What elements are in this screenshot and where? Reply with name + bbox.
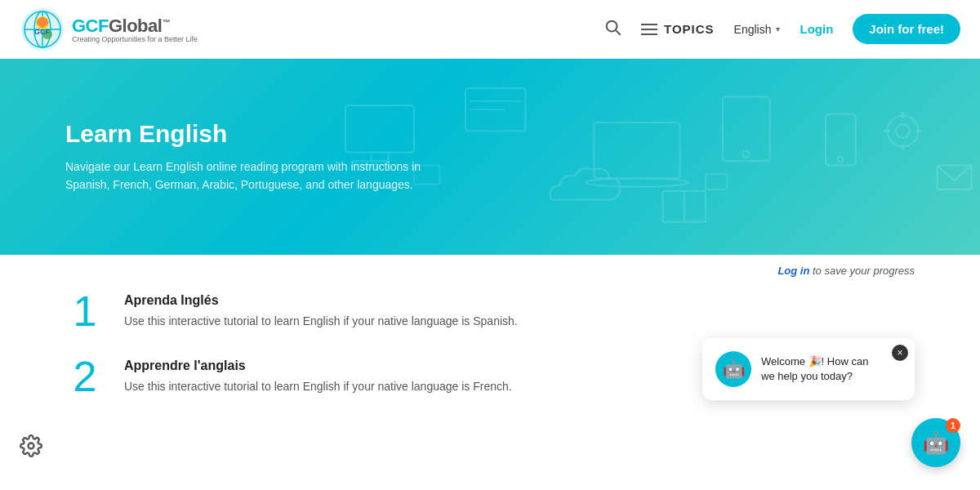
chat-badge: 1: [946, 418, 960, 433]
svg-rect-23: [706, 174, 727, 189]
logo-brand: GCFGlobal™: [72, 16, 198, 37]
chat-fab-icon: 🤖: [923, 430, 949, 456]
search-button[interactable]: [604, 18, 621, 40]
hero-section: Learn English Navigate our Learn English…: [0, 59, 980, 255]
lesson-text-1: Aprenda Inglés Use this interactive tuto…: [124, 293, 518, 330]
svg-point-24: [888, 116, 919, 147]
svg-text:GCF: GCF: [34, 28, 51, 36]
language-label: English: [734, 23, 772, 36]
chat-close-button[interactable]: ×: [892, 345, 908, 361]
language-selector[interactable]: English ▾: [734, 23, 781, 36]
svg-point-21: [838, 157, 843, 162]
chevron-down-icon: ▾: [776, 24, 780, 33]
logo-area[interactable]: GCF GCFGlobal™ Creating Opportunities fo…: [20, 7, 198, 52]
join-button[interactable]: Join for free!: [853, 14, 960, 44]
lesson-number-2: 2: [65, 355, 105, 398]
lesson-text-2: Apprendre l'anglais Use this interactive…: [124, 359, 512, 395]
lesson-desc-2: Use this interactive tutorial to learn E…: [124, 378, 512, 395]
lesson-number-1: 1: [65, 290, 105, 332]
svg-point-19: [742, 151, 749, 158]
hamburger-icon: [641, 24, 657, 35]
topics-label: TOPICS: [664, 22, 715, 36]
svg-rect-16: [595, 122, 680, 178]
save-progress-text: to save your progress: [809, 265, 915, 277]
chat-avatar-icon: 🤖: [715, 351, 751, 387]
chat-welcome-text: Welcome 🎉! How can we help you today?: [761, 354, 875, 384]
hero-title: Learn English: [65, 120, 457, 148]
topics-button[interactable]: TOPICS: [641, 22, 715, 36]
chat-bubble: 🤖 Welcome 🎉! How can we help you today? …: [702, 338, 915, 400]
logo-globe-icon: GCF: [20, 7, 65, 52]
header: GCF GCFGlobal™ Creating Opportunities fo…: [0, 0, 980, 59]
lesson-title-1[interactable]: Aprenda Inglés: [124, 293, 518, 308]
lesson-desc-1: Use this interactive tutorial to learn E…: [124, 313, 518, 330]
login-button[interactable]: Login: [800, 22, 833, 36]
hero-content: Learn English Navigate our Learn English…: [65, 120, 457, 194]
hero-description: Navigate our Learn English online readin…: [65, 158, 457, 194]
svg-point-33: [29, 443, 34, 449]
settings-icon[interactable]: [20, 434, 42, 457]
logo-text: GCFGlobal™ Creating Opportunities for a …: [72, 16, 198, 43]
svg-point-17: [586, 178, 688, 187]
lesson-title-2[interactable]: Apprendre l'anglais: [124, 359, 512, 373]
svg-point-25: [896, 124, 910, 138]
chat-fab-button[interactable]: 1 🤖: [911, 418, 960, 467]
save-progress-bar: Log in to save your progress: [0, 255, 980, 287]
log-in-link[interactable]: Log in: [777, 265, 809, 277]
logo-tagline: Creating Opportunities for a Better Life: [72, 35, 198, 43]
lesson-item-1: 1 Aprenda Inglés Use this interactive tu…: [65, 293, 915, 332]
main-nav: TOPICS English ▾ Login Join for free!: [604, 14, 960, 44]
svg-line-9: [616, 30, 620, 34]
